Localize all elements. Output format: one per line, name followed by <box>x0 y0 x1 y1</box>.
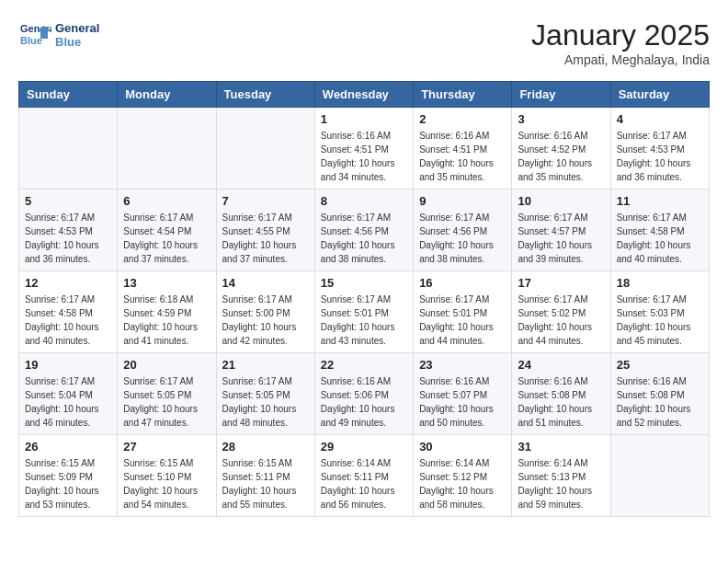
day-info: Sunrise: 6:16 AMSunset: 5:08 PMDaylight:… <box>518 374 604 430</box>
weekday-header-saturday: Saturday <box>610 82 709 108</box>
day-number: 3 <box>518 112 604 126</box>
page-header: General Blue General Blue January 2025 A… <box>18 18 710 67</box>
day-info: Sunrise: 6:17 AMSunset: 4:53 PMDaylight:… <box>25 211 111 266</box>
calendar-cell: 4Sunrise: 6:17 AMSunset: 4:53 PMDaylight… <box>610 108 709 190</box>
calendar-week-2: 5Sunrise: 6:17 AMSunset: 4:53 PMDaylight… <box>19 190 710 271</box>
day-info: Sunrise: 6:17 AMSunset: 4:53 PMDaylight:… <box>617 129 703 184</box>
calendar-cell: 3Sunrise: 6:16 AMSunset: 4:52 PMDaylight… <box>512 108 610 190</box>
calendar-cell: 17Sunrise: 6:17 AMSunset: 5:02 PMDayligh… <box>512 271 610 353</box>
month-title: January 2025 <box>531 18 710 52</box>
day-info: Sunrise: 6:14 AMSunset: 5:12 PMDaylight:… <box>419 456 506 511</box>
calendar-cell <box>118 108 216 190</box>
svg-text:Blue: Blue <box>20 35 42 46</box>
day-info: Sunrise: 6:17 AMSunset: 5:05 PMDaylight:… <box>222 374 309 430</box>
calendar-cell: 9Sunrise: 6:17 AMSunset: 4:56 PMDaylight… <box>414 190 512 271</box>
day-number: 9 <box>419 194 506 208</box>
day-number: 14 <box>222 276 309 290</box>
weekday-header-friday: Friday <box>512 82 610 108</box>
calendar-cell: 2Sunrise: 6:16 AMSunset: 4:51 PMDaylight… <box>414 108 512 190</box>
calendar-cell: 22Sunrise: 6:16 AMSunset: 5:06 PMDayligh… <box>314 353 413 435</box>
calendar-cell: 12Sunrise: 6:17 AMSunset: 4:58 PMDayligh… <box>19 271 118 353</box>
day-number: 6 <box>123 194 210 208</box>
weekday-header-sunday: Sunday <box>19 82 118 108</box>
day-info: Sunrise: 6:18 AMSunset: 4:59 PMDaylight:… <box>123 293 210 348</box>
day-number: 16 <box>419 276 506 290</box>
day-info: Sunrise: 6:17 AMSunset: 5:01 PMDaylight:… <box>321 293 407 348</box>
day-number: 27 <box>123 440 210 454</box>
calendar-cell: 14Sunrise: 6:17 AMSunset: 5:00 PMDayligh… <box>216 271 314 353</box>
day-info: Sunrise: 6:15 AMSunset: 5:11 PMDaylight:… <box>222 456 309 511</box>
day-info: Sunrise: 6:17 AMSunset: 5:04 PMDaylight:… <box>25 374 111 430</box>
day-number: 22 <box>321 358 407 372</box>
day-number: 24 <box>518 358 604 372</box>
weekday-header-monday: Monday <box>118 82 216 108</box>
day-number: 11 <box>617 194 703 208</box>
calendar-cell: 30Sunrise: 6:14 AMSunset: 5:12 PMDayligh… <box>414 435 512 517</box>
title-block: January 2025 Ampati, Meghalaya, India <box>531 18 710 67</box>
day-info: Sunrise: 6:15 AMSunset: 5:10 PMDaylight:… <box>123 456 210 511</box>
day-number: 26 <box>25 440 111 454</box>
day-info: Sunrise: 6:17 AMSunset: 5:02 PMDaylight:… <box>518 293 604 348</box>
day-info: Sunrise: 6:17 AMSunset: 5:03 PMDaylight:… <box>617 293 703 348</box>
day-info: Sunrise: 6:16 AMSunset: 4:51 PMDaylight:… <box>419 129 506 184</box>
day-number: 5 <box>25 194 111 208</box>
calendar-cell: 21Sunrise: 6:17 AMSunset: 5:05 PMDayligh… <box>216 353 314 435</box>
day-info: Sunrise: 6:17 AMSunset: 5:01 PMDaylight:… <box>419 293 506 348</box>
day-info: Sunrise: 6:16 AMSunset: 4:52 PMDaylight:… <box>518 129 604 184</box>
day-number: 15 <box>321 276 407 290</box>
calendar-cell: 15Sunrise: 6:17 AMSunset: 5:01 PMDayligh… <box>314 271 413 353</box>
calendar-cell: 13Sunrise: 6:18 AMSunset: 4:59 PMDayligh… <box>118 271 216 353</box>
day-number: 19 <box>25 358 111 372</box>
day-number: 7 <box>222 194 309 208</box>
weekday-header-row: SundayMondayTuesdayWednesdayThursdayFrid… <box>19 82 710 108</box>
calendar-cell: 20Sunrise: 6:17 AMSunset: 5:05 PMDayligh… <box>118 353 216 435</box>
calendar-week-5: 26Sunrise: 6:15 AMSunset: 5:09 PMDayligh… <box>19 435 710 517</box>
calendar-cell: 5Sunrise: 6:17 AMSunset: 4:53 PMDaylight… <box>19 190 118 271</box>
day-number: 30 <box>419 440 506 454</box>
day-number: 10 <box>518 194 604 208</box>
day-number: 28 <box>222 440 309 454</box>
calendar-cell: 11Sunrise: 6:17 AMSunset: 4:58 PMDayligh… <box>610 190 709 271</box>
calendar-cell: 27Sunrise: 6:15 AMSunset: 5:10 PMDayligh… <box>118 435 216 517</box>
calendar-cell: 10Sunrise: 6:17 AMSunset: 4:57 PMDayligh… <box>512 190 610 271</box>
calendar-cell: 7Sunrise: 6:17 AMSunset: 4:55 PMDaylight… <box>216 190 314 271</box>
logo: General Blue General Blue <box>18 18 99 52</box>
logo-line2: Blue <box>55 35 99 49</box>
calendar-cell <box>19 108 118 190</box>
day-number: 21 <box>222 358 309 372</box>
logo-icon: General Blue <box>18 18 51 52</box>
day-info: Sunrise: 6:17 AMSunset: 4:55 PMDaylight:… <box>222 211 309 266</box>
calendar-cell: 6Sunrise: 6:17 AMSunset: 4:54 PMDaylight… <box>118 190 216 271</box>
calendar-cell: 28Sunrise: 6:15 AMSunset: 5:11 PMDayligh… <box>216 435 314 517</box>
weekday-header-wednesday: Wednesday <box>314 82 413 108</box>
calendar-week-4: 19Sunrise: 6:17 AMSunset: 5:04 PMDayligh… <box>19 353 710 435</box>
logo-line1: General <box>55 21 99 35</box>
day-info: Sunrise: 6:14 AMSunset: 5:11 PMDaylight:… <box>321 456 407 511</box>
calendar-cell <box>610 435 709 517</box>
day-number: 13 <box>123 276 210 290</box>
day-number: 17 <box>518 276 604 290</box>
calendar-week-1: 1Sunrise: 6:16 AMSunset: 4:51 PMDaylight… <box>19 108 710 190</box>
calendar-cell: 16Sunrise: 6:17 AMSunset: 5:01 PMDayligh… <box>414 271 512 353</box>
weekday-header-thursday: Thursday <box>414 82 512 108</box>
day-number: 31 <box>518 440 604 454</box>
calendar-week-3: 12Sunrise: 6:17 AMSunset: 4:58 PMDayligh… <box>19 271 710 353</box>
calendar-cell: 19Sunrise: 6:17 AMSunset: 5:04 PMDayligh… <box>19 353 118 435</box>
calendar-cell: 24Sunrise: 6:16 AMSunset: 5:08 PMDayligh… <box>512 353 610 435</box>
location: Ampati, Meghalaya, India <box>531 52 710 67</box>
day-info: Sunrise: 6:16 AMSunset: 5:06 PMDaylight:… <box>321 374 407 430</box>
day-info: Sunrise: 6:15 AMSunset: 5:09 PMDaylight:… <box>25 456 111 511</box>
day-number: 2 <box>419 112 506 126</box>
calendar-table: SundayMondayTuesdayWednesdayThursdayFrid… <box>18 81 710 517</box>
day-number: 20 <box>123 358 210 372</box>
day-number: 8 <box>321 194 407 208</box>
day-info: Sunrise: 6:14 AMSunset: 5:13 PMDaylight:… <box>518 456 604 511</box>
calendar-cell: 1Sunrise: 6:16 AMSunset: 4:51 PMDaylight… <box>314 108 413 190</box>
day-info: Sunrise: 6:17 AMSunset: 4:56 PMDaylight:… <box>419 211 506 266</box>
calendar-cell: 8Sunrise: 6:17 AMSunset: 4:56 PMDaylight… <box>314 190 413 271</box>
day-number: 23 <box>419 358 506 372</box>
day-info: Sunrise: 6:17 AMSunset: 4:58 PMDaylight:… <box>617 211 703 266</box>
calendar-cell: 23Sunrise: 6:16 AMSunset: 5:07 PMDayligh… <box>414 353 512 435</box>
weekday-header-tuesday: Tuesday <box>216 82 314 108</box>
day-number: 4 <box>617 112 703 126</box>
